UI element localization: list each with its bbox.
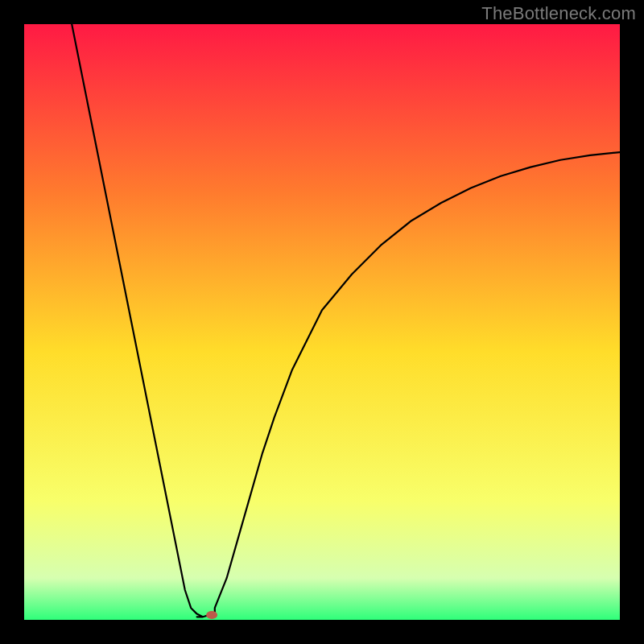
watermark-text: TheBottleneck.com — [481, 3, 636, 24]
gradient-background — [24, 24, 620, 620]
plot-area — [24, 24, 620, 620]
minimum-marker — [206, 611, 217, 619]
chart-frame: TheBottleneck.com — [0, 0, 644, 644]
plot-svg — [24, 24, 620, 620]
